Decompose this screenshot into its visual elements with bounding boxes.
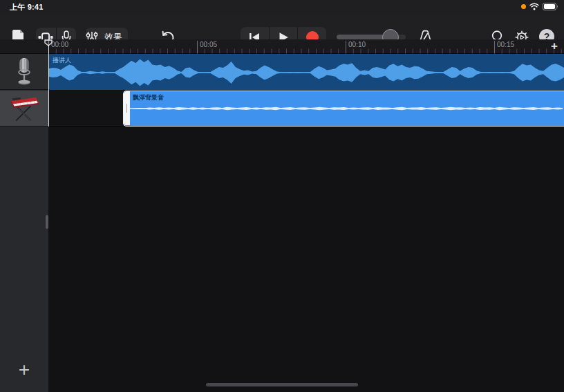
status-clock: 上午 9:41 (10, 2, 43, 12)
main-toolbar: 效果 (0, 14, 564, 39)
vertical-scrollbar[interactable] (46, 215, 48, 229)
status-bar: 上午 9:41 (0, 0, 564, 14)
region-label: 播讲人 (53, 56, 71, 65)
garageband-app-window: 上午 9:41 (0, 0, 564, 392)
wifi-icon (529, 3, 539, 10)
mic-in-use-indicator-icon (521, 4, 526, 9)
ruler-scale: 00:0000:0500:1000:15 (48, 39, 564, 54)
keyboard-synth-icon (8, 94, 40, 123)
region-trim-handle[interactable] (124, 91, 130, 125)
status-icons (521, 3, 558, 10)
audio-region-narrator[interactable]: 播讲人 (48, 54, 564, 90)
ruler-time-label: 00:05 (200, 41, 217, 48)
battery-icon (543, 3, 558, 10)
horizontal-scrollbar[interactable] (206, 383, 358, 386)
waveform-narrator (48, 54, 564, 88)
playhead-line[interactable] (48, 39, 50, 127)
ruler-add-button[interactable]: + (547, 39, 561, 53)
region-label: 飘浮背景音 (133, 93, 164, 102)
ruler-time-label: 00:10 (348, 41, 366, 48)
master-volume-slider[interactable] (337, 35, 406, 39)
track-lane-keyboard: 飘浮背景音 (48, 91, 564, 127)
audio-region-ambience[interactable]: 飘浮背景音 (123, 91, 564, 127)
trim-handle-groove (126, 104, 128, 113)
track-header-column (0, 54, 48, 392)
waveform-ambience (130, 91, 563, 125)
track-header-narrator[interactable] (0, 54, 48, 90)
track-lane-narrator: 播讲人 (48, 54, 564, 90)
add-track-button[interactable]: + (0, 353, 48, 387)
studio-microphone-icon (14, 57, 35, 86)
ruler-time-label: 00:00 (51, 41, 68, 48)
ruler-ticks (48, 39, 564, 54)
ruler-time-label: 00:15 (497, 41, 514, 48)
track-header-keyboard[interactable] (0, 91, 48, 127)
playhead-marker[interactable] (44, 39, 53, 46)
timeline-ruler[interactable]: 00:0000:0500:1000:15 + (0, 39, 564, 54)
